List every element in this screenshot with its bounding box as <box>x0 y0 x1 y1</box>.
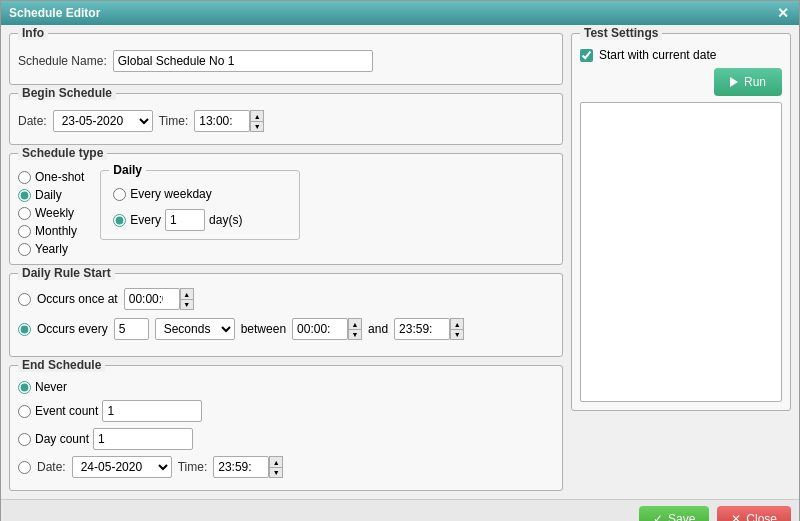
begin-time-spinner-buttons: ▲ ▼ <box>250 110 264 132</box>
from-time-up-button[interactable]: ▲ <box>348 318 362 329</box>
and-label: and <box>368 322 388 336</box>
event-count-radio[interactable] <box>18 405 31 418</box>
schedule-editor-dialog: Schedule Editor ✕ Info Schedule Name: Be… <box>0 0 800 521</box>
dialog-title: Schedule Editor <box>9 6 100 20</box>
interval-unit-select[interactable]: Seconds Minutes Hours <box>155 318 235 340</box>
from-time-input[interactable] <box>292 318 348 340</box>
event-count-option[interactable]: Event count <box>18 400 554 422</box>
never-option[interactable]: Never <box>18 380 554 394</box>
to-time-spinner-buttons: ▲ ▼ <box>450 318 464 340</box>
info-section-title: Info <box>18 26 48 40</box>
yearly-radio[interactable] <box>18 243 31 256</box>
every-weekday-option[interactable]: Every weekday <box>113 187 287 201</box>
end-schedule-title: End Schedule <box>18 358 105 372</box>
daily-option[interactable]: Daily <box>18 188 84 202</box>
bottom-bar: ✓ Save ✕ Close <box>1 499 799 521</box>
daily-rule-title: Daily Rule Start <box>18 266 115 280</box>
end-date-row: Date: 24-05-2020 Time: ▲ ▼ <box>18 456 554 478</box>
never-label: Never <box>35 380 67 394</box>
begin-date-row: Date: 23-05-2020 Time: ▲ ▼ <box>18 102 554 132</box>
event-count-label: Event count <box>35 404 98 418</box>
daily-label: Daily <box>35 188 62 202</box>
close-label: Close <box>746 512 777 521</box>
dialog-close-button[interactable]: ✕ <box>775 5 791 21</box>
end-time-spinner: ▲ ▼ <box>213 456 283 478</box>
schedule-name-row: Schedule Name: <box>18 50 554 72</box>
run-button-row: Run <box>580 68 782 96</box>
schedule-name-label: Schedule Name: <box>18 54 107 68</box>
begin-time-down-button[interactable]: ▼ <box>250 121 264 132</box>
every-days-option[interactable]: Every day(s) <box>113 209 287 231</box>
close-x-icon: ✕ <box>731 512 741 521</box>
from-time-down-button[interactable]: ▼ <box>348 329 362 340</box>
end-schedule-section: End Schedule Never Event count Day count <box>9 365 563 491</box>
begin-date-select[interactable]: 23-05-2020 <box>53 110 153 132</box>
save-button[interactable]: ✓ Save <box>639 506 709 521</box>
to-time-up-button[interactable]: ▲ <box>450 318 464 329</box>
end-date-select[interactable]: 24-05-2020 <box>72 456 172 478</box>
event-count-input[interactable] <box>102 400 202 422</box>
begin-schedule-section: Begin Schedule Date: 23-05-2020 Time: ▲ … <box>9 93 563 145</box>
day-count-input[interactable] <box>93 428 193 450</box>
every-weekday-radio[interactable] <box>113 188 126 201</box>
end-date-label: Date: <box>37 460 66 474</box>
save-check-icon: ✓ <box>653 512 663 521</box>
start-with-current-date-checkbox[interactable] <box>580 49 593 62</box>
run-label: Run <box>744 75 766 89</box>
once-time-down-button[interactable]: ▼ <box>180 299 194 310</box>
begin-time-spinner: ▲ ▼ <box>194 110 264 132</box>
occurs-every-value-input[interactable] <box>114 318 149 340</box>
once-time-spinner: ▲ ▼ <box>124 288 194 310</box>
to-time-input[interactable] <box>394 318 450 340</box>
monthly-option[interactable]: Monthly <box>18 224 84 238</box>
begin-time-input[interactable] <box>194 110 250 132</box>
weekly-radio[interactable] <box>18 207 31 220</box>
daily-panel: Daily Every weekday Every day(s) <box>100 170 300 240</box>
from-time-spinner-buttons: ▲ ▼ <box>348 318 362 340</box>
occurs-once-row: Occurs once at ▲ ▼ <box>18 288 554 310</box>
run-button[interactable]: Run <box>714 68 782 96</box>
weekly-option[interactable]: Weekly <box>18 206 84 220</box>
day-count-option[interactable]: Day count <box>18 428 554 450</box>
test-settings-section: Test Settings Start with current date Ru… <box>571 33 791 411</box>
end-time-down-button[interactable]: ▼ <box>269 467 283 478</box>
day-count-label: Day count <box>35 432 89 446</box>
every-label: Every <box>130 213 161 227</box>
right-panel: Test Settings Start with current date Ru… <box>571 33 791 491</box>
every-days-input[interactable] <box>165 209 205 231</box>
begin-time-up-button[interactable]: ▲ <box>250 110 264 121</box>
to-time-spinner: ▲ ▼ <box>394 318 464 340</box>
occurs-once-radio[interactable] <box>18 293 31 306</box>
schedule-type-title: Schedule type <box>18 146 107 160</box>
one-shot-option[interactable]: One-shot <box>18 170 84 184</box>
test-settings-title: Test Settings <box>580 26 662 40</box>
once-time-input[interactable] <box>124 288 180 310</box>
daily-panel-title: Daily <box>109 163 146 177</box>
end-date-radio[interactable] <box>18 461 31 474</box>
daily-radio[interactable] <box>18 189 31 202</box>
once-time-up-button[interactable]: ▲ <box>180 288 194 299</box>
one-shot-radio[interactable] <box>18 171 31 184</box>
occurs-every-radio[interactable] <box>18 323 31 336</box>
every-days-radio[interactable] <box>113 214 126 227</box>
occurs-every-row: Occurs every Seconds Minutes Hours betwe… <box>18 318 554 340</box>
once-time-spinner-buttons: ▲ ▼ <box>180 288 194 310</box>
yearly-option[interactable]: Yearly <box>18 242 84 256</box>
yearly-label: Yearly <box>35 242 68 256</box>
day-count-radio[interactable] <box>18 433 31 446</box>
one-shot-label: One-shot <box>35 170 84 184</box>
save-label: Save <box>668 512 695 521</box>
schedule-name-input[interactable] <box>113 50 373 72</box>
never-radio[interactable] <box>18 381 31 394</box>
close-button[interactable]: ✕ Close <box>717 506 791 521</box>
schedule-type-section: Schedule type One-shot Daily <box>9 153 563 265</box>
type-options: One-shot Daily Weekly Monthly <box>18 170 84 256</box>
daily-options: Every weekday Every day(s) <box>113 179 287 231</box>
start-with-current-date-label: Start with current date <box>599 48 716 62</box>
end-time-input[interactable] <box>213 456 269 478</box>
between-label: between <box>241 322 286 336</box>
to-time-down-button[interactable]: ▼ <box>450 329 464 340</box>
weekly-label: Weekly <box>35 206 74 220</box>
end-time-up-button[interactable]: ▲ <box>269 456 283 467</box>
monthly-radio[interactable] <box>18 225 31 238</box>
